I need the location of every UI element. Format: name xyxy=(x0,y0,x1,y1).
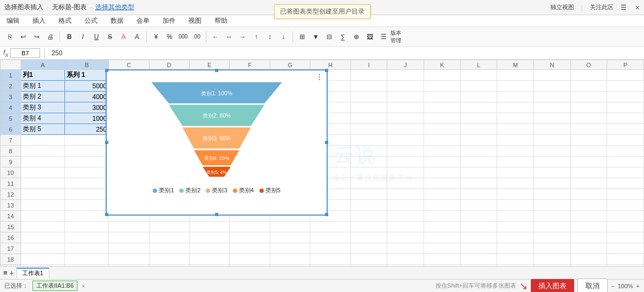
row-header-5[interactable]: 5 xyxy=(1,113,21,124)
cell-r15-c9[interactable] xyxy=(387,222,424,232)
cell-r8-c15[interactable] xyxy=(607,146,644,157)
cell-r7-c13[interactable] xyxy=(534,135,570,146)
cell-r14-c9[interactable] xyxy=(387,211,424,222)
cell-r18-c3[interactable] xyxy=(149,254,189,265)
zoom-out-btn[interactable]: − xyxy=(611,283,614,289)
cell-r14-c14[interactable] xyxy=(570,211,607,222)
nav-icon[interactable]: ≡ xyxy=(3,269,8,277)
cell-r15-c7[interactable] xyxy=(310,222,350,232)
cell-r13-c1[interactable] xyxy=(65,200,109,211)
cell-r16-c15[interactable] xyxy=(607,232,644,243)
cell-r2-c12[interactable] xyxy=(497,81,534,92)
cell-r19-c3[interactable] xyxy=(149,265,189,267)
cell-r4-c1[interactable]: 3000 xyxy=(65,102,109,113)
cell-r15-c14[interactable] xyxy=(570,222,607,232)
cell-r1-c13[interactable] xyxy=(534,70,570,81)
cell-r3-c11[interactable] xyxy=(460,92,497,102)
cell-r13-c13[interactable] xyxy=(534,200,570,211)
cell-r15-c6[interactable] xyxy=(270,222,310,232)
underline-btn[interactable]: U xyxy=(90,30,103,43)
cell-r8-c13[interactable] xyxy=(534,146,570,157)
row-header-9[interactable]: 9 xyxy=(1,157,21,167)
cell-r16-c12[interactable] xyxy=(497,232,534,243)
ribbon-format[interactable]: 格式 xyxy=(56,15,74,27)
cell-r8-c0[interactable] xyxy=(21,146,64,157)
cell-r18-c2[interactable] xyxy=(109,254,149,265)
cell-r2-c10[interactable] xyxy=(424,81,460,92)
cell-r19-c11[interactable] xyxy=(460,265,497,267)
cell-r4-c13[interactable] xyxy=(534,102,570,113)
cell-r11-c11[interactable] xyxy=(460,178,497,189)
cell-r3-c14[interactable] xyxy=(570,92,607,102)
cell-r19-c8[interactable] xyxy=(350,265,387,267)
cell-r17-c3[interactable] xyxy=(149,243,189,254)
cell-r1-c11[interactable] xyxy=(460,70,497,81)
cell-r17-c11[interactable] xyxy=(460,243,497,254)
resize-handle-br[interactable] xyxy=(325,213,328,216)
cell-r6-c13[interactable] xyxy=(534,124,570,135)
row-header-14[interactable]: 14 xyxy=(1,211,21,222)
right-panel-icon[interactable]: ☰ xyxy=(621,4,627,11)
standalone-view-btn[interactable]: 独立视图 xyxy=(548,2,577,12)
cell-r15-c5[interactable] xyxy=(230,222,270,232)
cell-r5-c1[interactable]: 1000 xyxy=(65,113,109,124)
cell-r17-c4[interactable] xyxy=(190,243,230,254)
cell-r3-c9[interactable] xyxy=(387,92,424,102)
ribbon-edit[interactable]: 编辑 xyxy=(4,15,22,27)
cell-r18-c0[interactable] xyxy=(21,254,64,265)
cell-r15-c12[interactable] xyxy=(497,222,534,232)
cell-r13-c8[interactable] xyxy=(350,200,387,211)
cell-r16-c6[interactable] xyxy=(270,232,310,243)
cell-r14-c11[interactable] xyxy=(460,211,497,222)
italic-btn[interactable]: I xyxy=(76,30,89,43)
image-btn[interactable]: 🖼 xyxy=(363,30,376,43)
resize-handle-tl[interactable] xyxy=(105,69,108,72)
cell-r12-c8[interactable] xyxy=(350,189,387,200)
cell-r15-c3[interactable] xyxy=(149,222,189,232)
row-header-6[interactable]: 6 xyxy=(1,124,21,135)
cell-r12-c10[interactable] xyxy=(424,189,460,200)
cell-r4-c8[interactable] xyxy=(350,102,387,113)
cell-r18-c6[interactable] xyxy=(270,254,310,265)
cell-r10-c12[interactable] xyxy=(497,167,534,178)
cell-r18-c12[interactable] xyxy=(497,254,534,265)
col-N[interactable]: N xyxy=(534,60,570,70)
cell-r9-c8[interactable] xyxy=(350,157,387,167)
cell-r8-c1[interactable] xyxy=(65,146,109,157)
cell-r15-c13[interactable] xyxy=(534,222,570,232)
cell-r13-c10[interactable] xyxy=(424,200,460,211)
cell-r11-c14[interactable] xyxy=(570,178,607,189)
cell-r5-c12[interactable] xyxy=(497,113,534,124)
cancel-btn[interactable]: 取消 xyxy=(577,278,608,293)
copy-btn[interactable]: ⎘ xyxy=(3,30,16,43)
cell-r18-c14[interactable] xyxy=(570,254,607,265)
undo-btn[interactable]: ↩ xyxy=(17,30,30,43)
cell-r11-c10[interactable] xyxy=(424,178,460,189)
col-D[interactable]: D xyxy=(149,60,189,70)
cell-r17-c13[interactable] xyxy=(534,243,570,254)
col-J[interactable]: J xyxy=(387,60,424,70)
cell-r5-c14[interactable] xyxy=(570,113,607,124)
cell-r10-c10[interactable] xyxy=(424,167,460,178)
cell-r1-c15[interactable] xyxy=(607,70,644,81)
add-sheet-btn[interactable]: + xyxy=(10,269,14,277)
cell-r16-c14[interactable] xyxy=(570,232,607,243)
cell-r3-c1[interactable]: 4000 xyxy=(65,92,109,102)
cell-r6-c1[interactable]: 250 xyxy=(65,124,109,135)
cell-r3-c0[interactable]: 类别 2 xyxy=(21,92,64,102)
cell-r14-c1[interactable] xyxy=(65,211,109,222)
row-header-7[interactable]: 7 xyxy=(1,135,21,146)
cell-r16-c8[interactable] xyxy=(350,232,387,243)
cell-r16-c4[interactable] xyxy=(190,232,230,243)
col-A[interactable]: A xyxy=(21,60,64,70)
cell-r10-c1[interactable] xyxy=(65,167,109,178)
cell-r7-c9[interactable] xyxy=(387,135,424,146)
cell-r14-c8[interactable] xyxy=(350,211,387,222)
cell-r19-c7[interactable] xyxy=(310,265,350,267)
align-center-btn[interactable]: ↔ xyxy=(223,30,236,43)
cell-r4-c11[interactable] xyxy=(460,102,497,113)
cell-r4-c15[interactable] xyxy=(607,102,644,113)
cell-r14-c15[interactable] xyxy=(607,211,644,222)
formula-btn[interactable]: ∑ xyxy=(336,30,349,43)
cell-r12-c11[interactable] xyxy=(460,189,497,200)
